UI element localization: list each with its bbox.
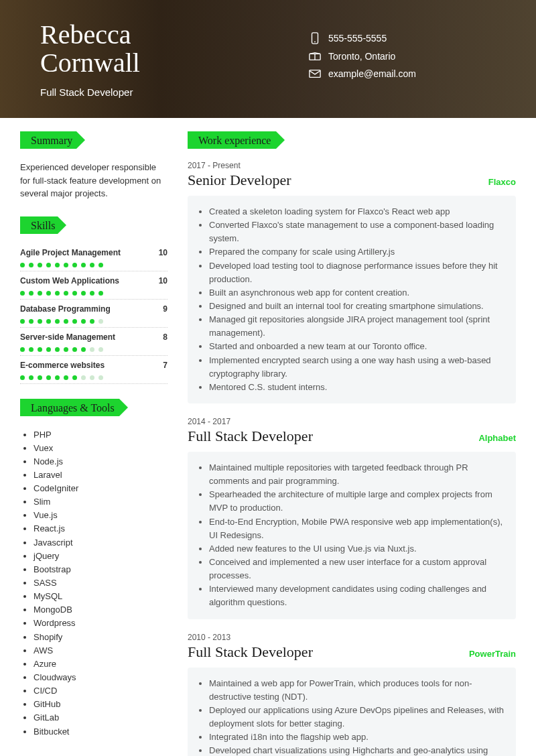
summary-heading-text: Summary (20, 135, 72, 147)
skill-dot (46, 319, 51, 324)
skill-name: Server-side Management (20, 332, 115, 342)
skills-heading: Skills (20, 216, 168, 235)
skill-row: E-commerce websites7 (20, 359, 168, 384)
skill-dot (72, 375, 77, 380)
job-dates: 2017 - Present (188, 161, 516, 170)
skill-dot (29, 291, 34, 296)
list-item: Node.js (34, 455, 168, 468)
header-name-block: Rebecca Cornwall Full Stack Developer (40, 21, 268, 98)
job-title: Senior Developer (188, 172, 291, 189)
skill-dot (20, 375, 25, 380)
skill-dot (98, 347, 103, 352)
last-name: Cornwall (40, 48, 140, 78)
skill-dot (55, 347, 60, 352)
work-heading: Work experience (188, 131, 516, 150)
location-icon (308, 52, 322, 61)
job-details-box: Created a skeleton loading system for Fl… (188, 196, 516, 403)
list-item: React.js (34, 522, 168, 536)
job-bullet: Built an asynchronous web app for conten… (209, 286, 507, 300)
skill-dot (55, 263, 60, 267)
summary-heading: Summary (20, 131, 168, 150)
contact-location: Toronto, Ontario (308, 51, 516, 62)
langs-heading: Languages & Tools (20, 399, 168, 418)
skill-dot (38, 375, 42, 380)
skill-name: Custom Web Applications (20, 276, 119, 286)
skill-dots (20, 344, 168, 356)
person-tagline: Full Stack Developer (40, 86, 268, 98)
list-item: Bitbucket (34, 725, 168, 739)
skill-dot (81, 375, 86, 380)
skill-dots (20, 259, 168, 271)
skill-dot (81, 319, 86, 324)
skill-dot (46, 375, 51, 380)
job-bullet: Managed git repositories alongside JIRA … (209, 313, 507, 340)
skill-row: Server-side Management8 (20, 330, 168, 356)
skill-dots (20, 372, 168, 384)
job-title: Full Stack Developer (188, 428, 313, 445)
list-item: GitHub (34, 698, 168, 711)
skill-score: 9 (163, 304, 168, 314)
skill-dot (90, 347, 94, 352)
skill-score: 10 (159, 276, 168, 286)
list-item: Bootstrap (34, 563, 168, 576)
skill-dot (72, 347, 77, 352)
skill-dot (64, 375, 68, 380)
languages-tools-list: PHPVuexNode.jsLaravelCodeIgniterSlimVue.… (20, 428, 168, 739)
contact-phone: 555-555-5555 (308, 32, 516, 44)
skill-name: Agile Project Management (20, 248, 121, 257)
skill-dot (98, 375, 103, 380)
job-company: Alphabet (478, 433, 516, 443)
skill-dot (29, 375, 34, 380)
job-details-box: Maintained multiple repositories with ta… (188, 452, 516, 619)
list-item: Slim (34, 495, 168, 509)
content-area: Summary Experienced developer responsibl… (0, 118, 536, 756)
skills-list: Agile Project Management10Custom Web App… (20, 246, 168, 384)
skill-dots (20, 288, 168, 300)
skill-dot (20, 319, 25, 324)
job-bullets: Created a skeleton loading system for Fl… (194, 205, 507, 394)
job-bullet: Interviewed many development candidates … (209, 582, 507, 609)
langs-heading-text: Languages & Tools (20, 402, 115, 414)
job-bullets: Maintained a web app for PowerTrain, whi… (194, 677, 507, 756)
list-item: Javascript (34, 536, 168, 550)
job-bullet: Created a skeleton loading system for Fl… (209, 205, 507, 218)
skills-heading-text: Skills (20, 220, 55, 232)
skill-dot (90, 291, 94, 296)
list-item: Vue.js (34, 509, 168, 522)
skill-dots (20, 316, 168, 328)
skill-dot (81, 291, 86, 296)
job-details-box: Maintained a web app for PowerTrain, whi… (188, 668, 516, 756)
list-item: GitLab (34, 711, 168, 724)
first-name: Rebecca (40, 19, 131, 50)
skill-dot (46, 263, 51, 267)
job-dates: 2010 - 2013 (188, 633, 516, 642)
list-item: Shopify (34, 631, 168, 644)
location-text: Toronto, Ontario (328, 51, 395, 62)
list-item: Wordpress (34, 617, 168, 630)
skill-row: Agile Project Management10 (20, 246, 168, 271)
person-name: Rebecca Cornwall (40, 21, 268, 77)
job-bullet: Implemented encrypted search using a one… (209, 354, 507, 381)
job-dates: 2014 - 2017 (188, 417, 516, 426)
phone-icon (308, 32, 322, 44)
skill-dot (38, 347, 42, 352)
list-item: Azure (34, 657, 168, 671)
list-item: MySQL (34, 590, 168, 603)
email-icon (308, 69, 322, 78)
job-bullet: Deployed our applications using Azure De… (209, 704, 507, 731)
job-bullet: Prepared the company for scale using Art… (209, 245, 507, 259)
list-item: CodeIgniter (34, 482, 168, 495)
skill-dot (64, 319, 68, 324)
skill-dot (90, 319, 94, 324)
skill-score: 8 (163, 332, 168, 342)
skill-dot (64, 347, 68, 352)
list-item: CI/CD (34, 684, 168, 698)
list-item: jQuery (34, 550, 168, 563)
list-item: Vuex (34, 442, 168, 455)
skill-dot (20, 347, 25, 352)
skill-dot (98, 319, 103, 324)
skill-dot (64, 263, 68, 267)
skill-dot (72, 263, 77, 267)
list-item: AWS (34, 644, 168, 657)
skill-dot (55, 319, 60, 324)
